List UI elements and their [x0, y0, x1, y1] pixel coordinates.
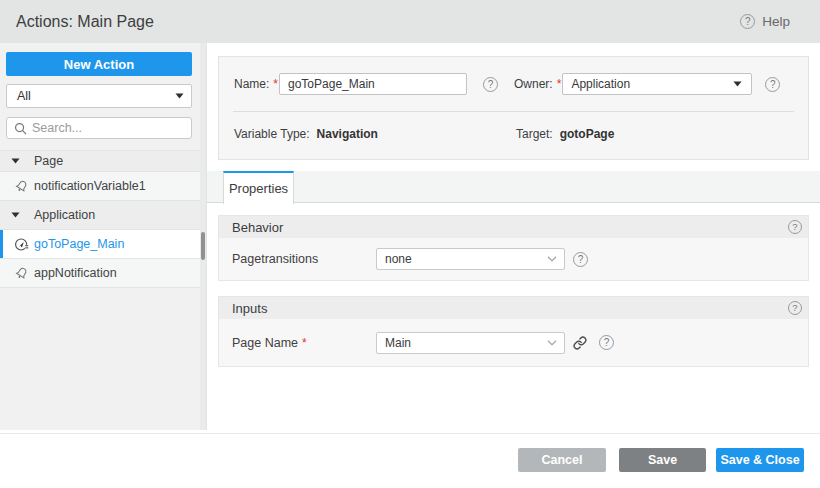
pagetransitions-help-icon[interactable]: ?: [573, 252, 588, 267]
behavior-section-body: Pagetransitions none ?: [219, 238, 808, 280]
behavior-help-icon[interactable]: ?: [788, 220, 802, 234]
tree-item-label: goToPage_Main: [34, 237, 124, 251]
sidebar-scrollbar-thumb[interactable]: [201, 232, 205, 260]
behavior-section-header: Behavior ?: [219, 216, 808, 238]
section-title: Behavior: [232, 220, 788, 235]
tree-item-label: notificationVariable1: [34, 179, 146, 193]
name-input[interactable]: [279, 73, 467, 95]
inputs-section-body: Page Name* Main ?: [219, 319, 808, 366]
tree-group-application[interactable]: Application: [0, 201, 200, 230]
filter-dropdown-value: All: [17, 89, 175, 103]
name-help-icon[interactable]: ?: [483, 77, 498, 92]
name-label: Name:*: [234, 77, 278, 91]
variable-type-value: Navigation: [317, 127, 378, 141]
tree-item-gotopage-main[interactable]: goToPage_Main: [0, 230, 200, 259]
expander-arrow-icon[interactable]: [11, 158, 20, 164]
dialog-footer: Cancel Save Save & Close: [0, 433, 820, 488]
help-circle-icon: ?: [740, 14, 755, 29]
page-name-help-icon[interactable]: ?: [599, 335, 614, 350]
required-star: *: [302, 336, 307, 350]
chevron-down-icon: [547, 256, 557, 262]
help-label: Help: [762, 14, 790, 29]
tree-item-notificationvariable1[interactable]: notificationVariable1: [0, 172, 200, 201]
target-label: Target:: [516, 127, 553, 141]
save-and-close-button[interactable]: Save & Close: [716, 448, 804, 472]
tree-group-label: Application: [34, 208, 95, 222]
section-title: Inputs: [232, 301, 788, 316]
page-name-value: Main: [385, 336, 547, 350]
required-star: *: [557, 77, 562, 91]
inputs-section: Inputs ? Page Name* Main ?: [218, 296, 809, 367]
page-title: Actions: Main Page: [16, 13, 154, 31]
panel-divider: [233, 111, 794, 112]
owner-label: Owner:*: [514, 77, 561, 91]
inputs-section-header: Inputs ?: [219, 297, 808, 319]
actions-tree: Page notificationVariable1 Application: [0, 150, 200, 288]
owner-help-icon[interactable]: ?: [765, 77, 780, 92]
variable-type-label: Variable Type:: [234, 127, 310, 141]
tab-properties[interactable]: Properties: [223, 171, 294, 204]
owner-dropdown-value: Application: [571, 77, 733, 91]
notification-bell-icon: [14, 179, 29, 194]
link-expression-icon[interactable]: [573, 336, 587, 350]
behavior-section: Behavior ? Pagetransitions none ?: [218, 215, 809, 281]
actions-editor-dialog: Actions: Main Page ? Help New Action All…: [0, 0, 820, 488]
chevron-down-icon: [547, 340, 557, 346]
name-owner-row: Name:* ? Owner:* Application ?: [234, 73, 798, 95]
navigate-action-icon: [14, 237, 29, 252]
target-value: gotoPage: [560, 127, 615, 141]
tree-group-label: Page: [34, 154, 63, 168]
sidebar-scrollbar[interactable]: [200, 43, 207, 430]
save-button[interactable]: Save: [619, 448, 706, 472]
dialog-header: Actions: Main Page ? Help: [0, 0, 820, 43]
new-action-button[interactable]: New Action: [6, 52, 192, 76]
cancel-button[interactable]: Cancel: [518, 448, 606, 472]
pagetransitions-label: Pagetransitions: [232, 252, 376, 266]
search-icon: [14, 122, 27, 135]
notification-bell-icon: [14, 266, 29, 281]
page-name-label: Page Name*: [232, 336, 376, 350]
action-detail-panel: Name:* ? Owner:* Application ? Variable …: [207, 43, 820, 430]
owner-dropdown[interactable]: Application: [562, 73, 752, 95]
expander-arrow-icon[interactable]: [11, 212, 20, 218]
dropdown-arrow-icon: [733, 81, 742, 87]
tree-group-page[interactable]: Page: [0, 150, 200, 172]
inputs-help-icon[interactable]: ?: [788, 301, 802, 315]
pagetransitions-combobox[interactable]: none: [376, 248, 565, 270]
pagetransitions-value: none: [385, 252, 547, 266]
type-target-row: Variable Type: Navigation Target: gotoPa…: [234, 127, 794, 147]
tree-item-label: appNotification: [34, 266, 117, 280]
help-button[interactable]: ? Help: [740, 0, 790, 43]
actions-sidebar: New Action All Page notificationVariable…: [0, 43, 200, 430]
tree-item-appnotification[interactable]: appNotification: [0, 259, 200, 288]
required-star: *: [273, 77, 278, 91]
filter-dropdown[interactable]: All: [6, 84, 192, 108]
tab-bar: Properties: [207, 171, 820, 203]
search-box: [6, 117, 192, 139]
action-summary-panel: Name:* ? Owner:* Application ? Variable …: [218, 56, 809, 160]
dropdown-arrow-icon: [175, 93, 184, 99]
search-input[interactable]: [32, 121, 191, 135]
page-name-combobox[interactable]: Main: [376, 332, 565, 354]
